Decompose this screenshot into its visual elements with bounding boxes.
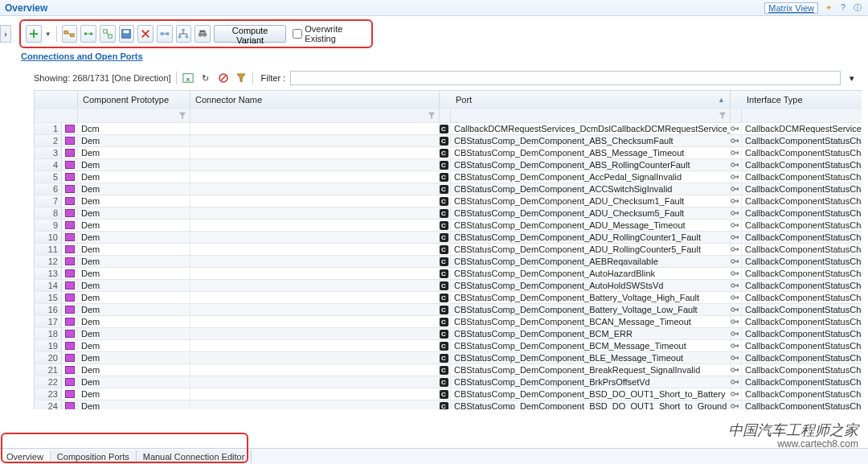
overwrite-existing-input[interactable] [293,29,302,39]
info-icon[interactable]: ⓘ [852,2,863,14]
table-row[interactable]: 10DemCCBStatusComp_DemComponent_ADU_Roll… [35,232,862,244]
interface-icon [731,208,739,218]
filter-component[interactable] [78,109,190,122]
row-number[interactable]: 23 [35,388,62,400]
table-row[interactable]: 3DemCCBStatusComp_DemComponent_ABS_Messa… [35,147,862,159]
row-number[interactable]: 22 [35,376,62,388]
table-row[interactable]: 2DemCCBStatusComp_DemComponent_ABS_Check… [35,135,862,147]
row-number[interactable]: 15 [35,292,62,303]
row-number[interactable]: 3 [35,147,62,158]
row-number[interactable]: 11 [35,244,62,255]
component-icon-cell [62,328,78,339]
help-icon[interactable]: ? [837,2,849,14]
binoculars-icon[interactable] [194,25,211,43]
component-name: Dem [78,232,190,243]
row-number[interactable]: 1 [35,123,62,134]
table-row[interactable]: 23DemCCBStatusComp_DemComponent_BSD_DO_O… [35,388,862,400]
row-number[interactable]: 10 [35,232,62,243]
row-number[interactable]: 21 [35,364,62,376]
col-port[interactable]: Port▲ [451,91,731,108]
tab-overview[interactable]: Overview [0,450,51,463]
row-number[interactable]: 9 [35,220,62,231]
table-row[interactable]: 8DemCCBStatusComp_DemComponent_ADU_Check… [35,207,862,220]
table-row[interactable]: 9DemCCBStatusComp_DemComponent_ADU_Messa… [35,220,862,232]
row-number[interactable]: 18 [35,328,62,339]
interface-type: CallbackComponentStatusChanged [742,183,862,195]
component-icon [65,402,75,409]
row-number[interactable]: 7 [35,195,62,207]
matrix-view-link[interactable]: Matrix View [764,2,818,14]
table-row[interactable]: 1DcmCCallbackDCMRequestServices_DcmDslCa… [35,123,862,135]
table-row[interactable]: 17DemCCBStatusComp_DemComponent_BCAN_Mes… [35,316,862,328]
table-row[interactable]: 24DemCCBStatusComp_DemComponent_BSD_DO_O… [35,400,862,409]
connect-ports-button[interactable] [80,25,96,43]
interface-icon [731,341,739,351]
table-row[interactable]: 11DemCCBStatusComp_DemComponent_ADU_Roll… [35,244,862,256]
table-row[interactable]: 15DemCCBStatusComp_DemComponent_Battery_… [35,292,862,304]
wand-icon[interactable]: ✦ [823,2,834,14]
refresh-icon[interactable]: ↻ [199,72,212,84]
table-row[interactable]: 22DemCCBStatusComp_DemComponent_BrkPrsOf… [35,376,862,388]
row-number[interactable]: 13 [35,268,62,279]
add-button[interactable] [26,25,42,43]
table-row[interactable]: 14DemCCBStatusComp_DemComponent_AutoHold… [35,280,862,292]
row-number[interactable]: 12 [35,256,62,267]
row-number[interactable]: 6 [35,183,62,195]
overwrite-existing-checkbox[interactable]: Overwrite Existing [293,24,366,43]
filter-dropdown-icon[interactable]: ▾ [845,72,858,84]
grid-body[interactable]: 1DcmCCallbackDCMRequestServices_DcmDslCa… [35,123,862,409]
interface-type: CallbackComponentStatusChanged [742,171,862,183]
table-row[interactable]: 20DemCCBStatusComp_DemComponent_BLE_Mess… [35,352,862,364]
col-connector-name[interactable]: Connector Name [190,91,440,108]
row-number[interactable]: 17 [35,316,62,327]
row-number[interactable]: 14 [35,280,62,291]
interface-icon [731,220,739,230]
expand-handle-button[interactable]: › [0,25,11,43]
rowheader-column[interactable] [35,91,78,108]
svg-rect-7 [124,31,129,34]
row-number[interactable]: 5 [35,171,62,183]
port-icon: C [440,137,448,146]
data-grid: Component Prototype Connector Name Port▲… [34,90,862,409]
link-button[interactable] [100,25,116,43]
table-row[interactable]: 7DemCCBStatusComp_DemComponent_ADU_Check… [35,195,862,207]
svg-rect-5 [108,35,112,38]
row-number[interactable]: 20 [35,352,62,363]
delete-button[interactable] [137,25,154,43]
table-row[interactable]: 6DemCCBStatusComp_DemComponent_ACCSwitch… [35,183,862,195]
table-row[interactable]: 16DemCCBStatusComp_DemComponent_Battery_… [35,304,862,316]
filter-connector[interactable] [190,109,440,122]
table-row[interactable]: 12DemCCBStatusComp_DemComponent_AEBReqav… [35,256,862,268]
table-row[interactable]: 18DemCCBStatusComp_DemComponent_BCM_ERRC… [35,328,862,340]
excel-export-icon[interactable]: x [182,72,194,84]
table-row[interactable]: 5DemCCBStatusComp_DemComponent_AccPedal_… [35,171,862,183]
row-number[interactable]: 19 [35,340,62,351]
col-component-prototype[interactable]: Component Prototype [78,91,190,108]
row-number[interactable]: 2 [35,135,62,146]
compute-variant-button[interactable]: Compute Variant [214,25,286,43]
row-number[interactable]: 16 [35,304,62,315]
tab-composition-ports[interactable]: Composition Ports [51,450,137,463]
save-button[interactable] [119,25,135,43]
dropdown-arrow-icon[interactable]: ▼ [45,31,51,38]
filter-input[interactable] [290,71,841,85]
refresh-view-button[interactable] [157,25,173,43]
table-row[interactable]: 19DemCCBStatusComp_DemComponent_BCM_Mess… [35,340,862,352]
table-row[interactable]: 13DemCCBStatusComp_DemComponent_AutoHaza… [35,268,862,280]
row-number[interactable]: 24 [35,400,62,409]
col-interface-type[interactable]: Interface Type [742,91,868,108]
stop-icon[interactable] [217,72,230,84]
table-row[interactable]: 4DemCCBStatusComp_DemComponent_ABS_Rolli… [35,159,862,171]
hierarchy-button[interactable] [176,25,192,43]
table-row[interactable]: 21DemCCBStatusComp_DemComponent_BreakReq… [35,364,862,376]
tab-manual-connection-editor[interactable]: Manual Connection Editor [137,450,252,463]
port-icon: C [440,294,448,302]
filter-port[interactable] [451,109,731,122]
svg-rect-0 [64,31,68,35]
auto-connect-button[interactable] [62,25,78,43]
filter-interface[interactable] [742,109,868,122]
interface-type: CallbackComponentStatusChanged [742,304,862,315]
row-number[interactable]: 8 [35,207,62,219]
clear-filter-icon[interactable] [235,72,248,84]
row-number[interactable]: 4 [35,159,62,170]
